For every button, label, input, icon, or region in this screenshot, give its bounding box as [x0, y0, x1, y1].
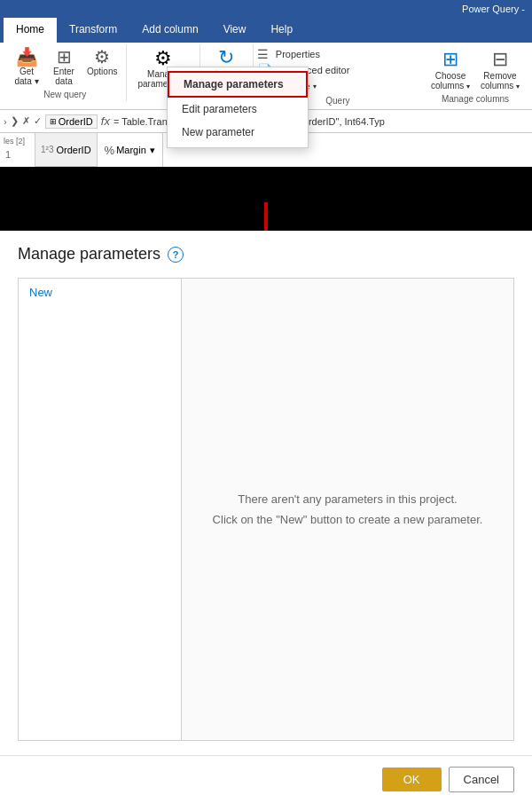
- parameter-detail-panel: There aren't any parameters in this proj…: [182, 278, 514, 741]
- new-parameter-link[interactable]: New: [19, 279, 181, 306]
- get-data-button[interactable]: 📥 Getdata ▾: [9, 46, 44, 88]
- new-query-label: New query: [43, 90, 86, 99]
- manage-columns-label: Manage columns: [442, 94, 509, 104]
- properties-icon: ☰: [257, 47, 269, 61]
- margin-cell: % Margin ▾: [98, 133, 163, 167]
- dialog-section: Manage parameters ? New There aren't any…: [0, 231, 532, 803]
- dialog-body: New There aren't any parameters in this …: [0, 271, 532, 755]
- dialog-footer: OK Cancel: [0, 755, 532, 803]
- query-row-1: ☰ Properties: [257, 46, 419, 62]
- row-value: 1: [2, 147, 33, 161]
- percent-icon: %: [105, 144, 115, 157]
- manage-parameters-dialog: Manage parameters ? New There aren't any…: [0, 231, 532, 803]
- row-indicator-text: les [2]: [2, 135, 33, 147]
- new-query-buttons: 📥 Getdata ▾ ⊞ Enterdata ⚙ Options: [9, 46, 121, 88]
- cell-ref-text: OrderID: [59, 116, 93, 127]
- row-indicator: les [2] 1: [0, 133, 35, 167]
- tab-view[interactable]: View: [211, 18, 259, 43]
- options-label: Options: [87, 67, 117, 76]
- no-params-line2: Click on the "New" button to create a ne…: [213, 509, 483, 530]
- dialog-header: Manage parameters ?: [0, 231, 532, 271]
- get-data-label: Getdata ▾: [14, 67, 38, 86]
- cancel-button[interactable]: Cancel: [449, 767, 514, 792]
- tab-help[interactable]: Help: [258, 18, 305, 43]
- check-button[interactable]: ✓: [34, 115, 42, 127]
- cell-reference: ⊞ OrderID: [45, 114, 98, 129]
- no-params-line1: There aren't any parameters in this proj…: [213, 489, 483, 509]
- column-header: 1²3 OrderID: [35, 133, 98, 167]
- margin-label: Margin: [116, 145, 146, 155]
- title-text: Power Query -: [462, 4, 525, 14]
- fx-symbol: fx: [101, 114, 110, 128]
- margin-dropdown-arrow[interactable]: ▾: [150, 145, 155, 156]
- help-icon-symbol: ?: [173, 249, 179, 260]
- collapse-nav-button[interactable]: ›: [4, 116, 7, 127]
- parameter-list-content: [19, 306, 181, 740]
- dropdown-edit-params-text: Edit parameters: [182, 103, 257, 115]
- group-new-query: 📥 Getdata ▾ ⊞ Enterdata ⚙ Options New qu…: [4, 44, 127, 101]
- cross-button[interactable]: ✗: [22, 115, 30, 127]
- dropdown-menu: Manage parameters Edit parameters New pa…: [167, 67, 309, 148]
- options-icon: ⚙: [94, 48, 110, 66]
- tab-transform[interactable]: Transform: [57, 18, 129, 43]
- remove-columns-label: Removecolumns ▾: [481, 71, 520, 91]
- refresh-icon: ↻: [218, 48, 234, 67]
- choose-columns-label: Choosecolumns ▾: [431, 71, 470, 91]
- parameter-list-panel: New: [18, 278, 182, 741]
- arrow-container: [248, 202, 284, 231]
- group-manage-columns: ⊞ Choosecolumns ▾ ⊟ Removecolumns ▾ Mana…: [422, 44, 528, 106]
- dialog-title: Manage parameters: [18, 245, 160, 264]
- dropdown-manage-params-text: Manage parameters: [184, 78, 284, 91]
- tab-home[interactable]: Home: [4, 18, 57, 43]
- red-arrow: [248, 202, 284, 231]
- properties-button[interactable]: Properties: [272, 48, 324, 60]
- get-data-icon: 📥: [16, 48, 38, 66]
- ribbon-tabs: Home Transform Add column View Help: [0, 18, 532, 43]
- dropdown-new-param-text: New parameter: [182, 126, 254, 138]
- screenshot-top: Power Query - Home Transform Add column …: [0, 0, 532, 231]
- dropdown-item-new-param[interactable]: New parameter: [168, 121, 308, 144]
- tab-add-column[interactable]: Add column: [129, 18, 210, 43]
- enter-data-label: Enterdata: [53, 67, 74, 86]
- ok-button[interactable]: OK: [382, 768, 442, 791]
- column-name: OrderID: [56, 145, 90, 155]
- dropdown-item-manage-params[interactable]: Manage parameters: [168, 71, 308, 98]
- remove-columns-button[interactable]: ⊟ Removecolumns ▾: [477, 46, 523, 92]
- enter-data-icon: ⊞: [57, 48, 72, 66]
- title-bar: Power Query -: [0, 0, 532, 18]
- column-type-icon: 1²3: [41, 145, 53, 154]
- cell-ref-icon: ⊞: [50, 117, 57, 126]
- expand-nav-button[interactable]: ❯: [11, 115, 19, 127]
- dropdown-item-edit-params[interactable]: Edit parameters: [168, 98, 308, 121]
- choose-columns-button[interactable]: ⊞ Choosecolumns ▾: [427, 46, 473, 92]
- no-parameters-message: There aren't any parameters in this proj…: [213, 489, 483, 531]
- enter-data-button[interactable]: ⊞ Enterdata: [46, 46, 82, 88]
- options-button[interactable]: ⚙ Options: [83, 46, 121, 88]
- help-icon-button[interactable]: ?: [168, 247, 184, 263]
- remove-columns-icon: ⊟: [492, 48, 508, 71]
- choose-columns-icon: ⊞: [442, 48, 458, 71]
